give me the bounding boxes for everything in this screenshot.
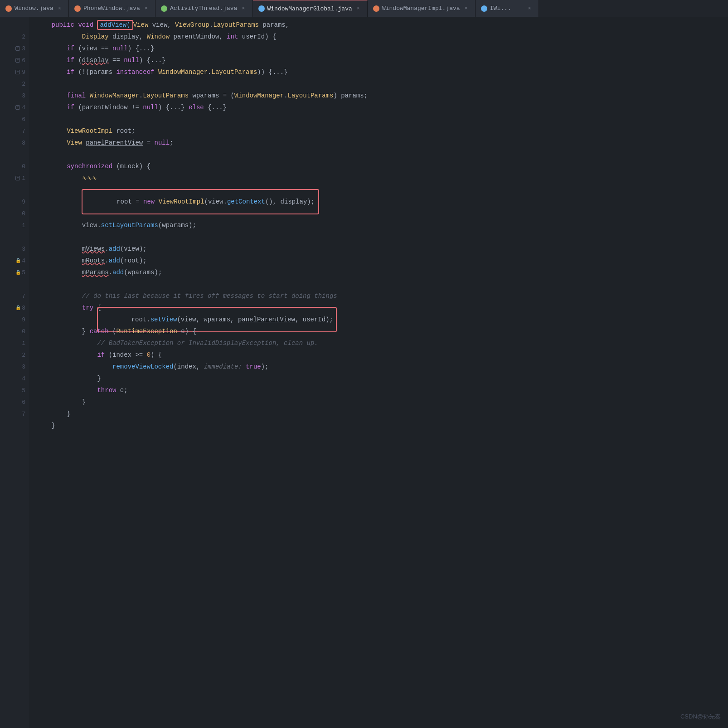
tab-close-wmglobal[interactable]: ×: [355, 5, 362, 13]
code-line-35: mParams.add(wparams);: [36, 267, 728, 278]
tab-label-activitythread: ActivityThread.java: [170, 5, 237, 12]
gutter-line-46: 6: [0, 396, 29, 408]
tab-icon-wmimpl: [373, 5, 379, 12]
fold-icon-6[interactable]: +: [15, 58, 20, 63]
lock-icon-35: 🔒: [15, 270, 20, 275]
code-line-43: removeViewLocked(index, immediate: true)…: [36, 361, 728, 373]
tab-close-window[interactable]: ×: [56, 5, 63, 13]
tab-label-iwindow: IWi...: [490, 5, 511, 12]
gutter-line-3: +3: [0, 43, 29, 54]
gutter-line-13: 3: [0, 90, 29, 102]
code-line-blank2: [36, 113, 728, 125]
gutter-line-43: 3: [0, 361, 29, 373]
tab-close-wmimpl[interactable]: ×: [463, 5, 470, 13]
gutter-line-blank5: [0, 231, 29, 243]
gutter-line-1: [0, 19, 29, 31]
code-line-2: Display display, Window parentWindow, in…: [36, 31, 728, 43]
code-line-29: root = new ViewRootImpl(view.getContext(…: [36, 196, 728, 208]
gutter-line-30: 0: [0, 208, 29, 219]
gutter-line-47: 7: [0, 408, 29, 420]
gutter-line-34: 🔒4: [0, 255, 29, 267]
gutter-line-40: 0: [0, 325, 29, 337]
editor-container: 2 +3 +6 +9 2 3 +4 6 7 8 0 +1 9 0 1 3 🔒4 …: [0, 17, 728, 728]
tab-close-activitythread[interactable]: ×: [240, 5, 247, 13]
tab-bar: Window.java × PhoneWindow.java × Activit…: [0, 0, 728, 17]
code-area: public void addView(View view, ViewGroup…: [29, 17, 728, 728]
gutter-line-end: [0, 420, 29, 432]
gutter-line-37: 7: [0, 290, 29, 302]
tab-iwindow[interactable]: IWi... ×: [476, 0, 539, 17]
gutter-line-33: 3: [0, 243, 29, 255]
code-line-47: }: [36, 408, 728, 420]
code-line-44: }: [36, 373, 728, 384]
gutter-line-blank6: [0, 278, 29, 290]
fold-icon-14[interactable]: +: [15, 105, 20, 110]
code-line-33: mViews.add(view);: [36, 243, 728, 255]
code-line-18: View panelParentView = null;: [36, 137, 728, 149]
tab-icon-phonewindow: [74, 5, 81, 12]
gutter-line-39: 9: [0, 314, 29, 325]
code-line-1: public void addView(View view, ViewGroup…: [36, 19, 728, 31]
gutter-line-blank3: [0, 149, 29, 160]
tab-close-iwindow[interactable]: ×: [526, 5, 533, 13]
tab-icon-wmglobal: [258, 5, 265, 12]
code-line-14: if (parentWindow != null) {...} else {..…: [36, 102, 728, 113]
code-line-41: // BadTokenException or InvalidDisplayEx…: [36, 337, 728, 349]
gutter-line-2: 2: [0, 31, 29, 43]
tab-window[interactable]: Window.java ×: [0, 0, 69, 17]
code-line-blank1: [36, 78, 728, 90]
gutter-line-31: 1: [0, 219, 29, 231]
tab-label-wmimpl: WindowManagerImpl.java: [382, 5, 460, 12]
code-line-45: throw e;: [36, 384, 728, 396]
tab-close-phonewindow[interactable]: ×: [143, 5, 150, 13]
code-line-13: final WindowManager.LayoutParams wparams…: [36, 90, 728, 102]
gutter-line-9: +9: [0, 66, 29, 78]
gutter-line-18: 8: [0, 137, 29, 149]
gutter-line-6: +6: [0, 54, 29, 66]
code-line-9: if (!(params instanceof WindowManager.La…: [36, 66, 728, 78]
code-line-46: }: [36, 396, 728, 408]
gutter-line-45: 5: [0, 384, 29, 396]
gutter-line-21: +1: [0, 172, 29, 184]
gutter-line-42: 2: [0, 349, 29, 361]
fold-icon-3[interactable]: +: [15, 46, 20, 51]
code-line-3: if (view == null) {...}: [36, 43, 728, 54]
tab-label-window: Window.java: [15, 5, 53, 12]
gutter-line-35: 🔒5: [0, 267, 29, 278]
fold-icon-9[interactable]: +: [15, 70, 20, 74]
lock-icon-34: 🔒: [15, 258, 20, 263]
fold-icon-21[interactable]: +: [15, 176, 20, 180]
tab-label-phonewindow: PhoneWindow.java: [83, 5, 140, 12]
code-line-34: mRoots.add(root);: [36, 255, 728, 267]
tab-windowmanagerimpl[interactable]: WindowManagerImpl.java ×: [368, 0, 476, 17]
gutter-line-blank2: 6: [0, 113, 29, 125]
gutter-line-38: 🔒8: [0, 302, 29, 314]
code-line-end: }: [36, 420, 728, 432]
gutter-line-blank4: [0, 184, 29, 196]
code-line-20: synchronized (mLock) {: [36, 160, 728, 172]
tab-label-wmglobal: WindowManagerGlobal.java: [267, 5, 352, 12]
tab-icon-iwindow: [481, 5, 487, 12]
code-line-blank5: [36, 208, 728, 219]
tab-icon-activitythread: [161, 5, 167, 12]
code-line-blank3: [36, 149, 728, 160]
gutter-line-blank1: 2: [0, 78, 29, 90]
gutter-line-17: 7: [0, 125, 29, 137]
tab-activitythread[interactable]: ActivityThread.java ×: [155, 0, 252, 17]
gutter-line-14: +4: [0, 102, 29, 113]
code-line-39: root.setView(view, wparams, panelParentV…: [36, 314, 728, 325]
gutter-line-44: 4: [0, 373, 29, 384]
code-line-42: if (index >= 0) {: [36, 349, 728, 361]
code-line-31: view.setLayoutParams(wparams);: [36, 219, 728, 231]
code-line-21: ∿∿∿: [36, 172, 728, 184]
code-line-blank7: [36, 278, 728, 290]
code-line-40: } catch (RuntimeException e) {: [36, 325, 728, 337]
code-line-17: ViewRootImpl root;: [36, 125, 728, 137]
tab-phonewindow[interactable]: PhoneWindow.java ×: [69, 0, 155, 17]
tab-windowmanagerglobal[interactable]: WindowManagerGlobal.java ×: [253, 0, 368, 17]
gutter-line-29: 9: [0, 196, 29, 208]
code-line-6: if (display == null) {...}: [36, 54, 728, 66]
gutter-line-41: 1: [0, 337, 29, 349]
line-gutter: 2 +3 +6 +9 2 3 +4 6 7 8 0 +1 9 0 1 3 🔒4 …: [0, 17, 29, 728]
watermark: CSDN@孙先奏: [680, 713, 721, 721]
